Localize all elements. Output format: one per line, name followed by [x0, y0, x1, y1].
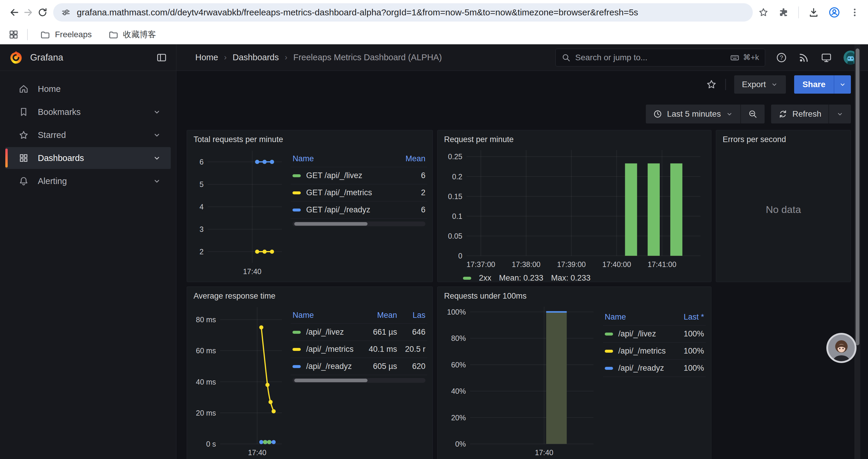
- export-button[interactable]: Export: [734, 75, 786, 94]
- panel-request-per-minute: Request per minute 00.050.10.150.20.2517…: [437, 130, 711, 282]
- profile-icon[interactable]: [829, 6, 840, 18]
- brand-cell: Grafana: [0, 44, 176, 71]
- total-requests-per-minute-svg[interactable]: 6543217:40: [191, 146, 286, 279]
- export-label: Export: [742, 80, 766, 89]
- legend-row[interactable]: GET /api/_/readyz: [291, 201, 395, 218]
- bookmark-folder-blogs[interactable]: 收藏博客: [104, 27, 160, 42]
- bookmark-star-icon[interactable]: [758, 7, 769, 18]
- legend-header[interactable]: Name: [291, 153, 395, 167]
- sidebar-item-dashboards[interactable]: Dashboards: [5, 147, 171, 169]
- search-input[interactable]: Search or jump to... ⌘+k: [555, 49, 765, 66]
- refresh-button[interactable]: Refresh: [771, 104, 829, 124]
- legend-header[interactable]: Mean: [354, 309, 399, 323]
- legend-row[interactable]: /api/_/metrics: [291, 340, 354, 358]
- svg-text:80%: 80%: [451, 334, 466, 342]
- legend-row[interactable]: GET /api/_/metrics: [291, 184, 395, 201]
- series-name[interactable]: 2xx: [479, 273, 491, 283]
- zoom-out-button[interactable]: [741, 104, 765, 124]
- legend-header[interactable]: Las: [399, 309, 427, 323]
- refresh-interval-button[interactable]: [829, 104, 851, 124]
- download-icon[interactable]: [808, 7, 819, 18]
- legend-hscrollbar[interactable]: [292, 222, 426, 226]
- chevron-down-icon[interactable]: [152, 177, 161, 186]
- forward-button[interactable]: [21, 5, 35, 20]
- svg-text:5: 5: [199, 180, 204, 189]
- legend-row[interactable]: /api/_/readyz: [603, 359, 670, 376]
- page-scrollbar-thumb[interactable]: [856, 48, 860, 345]
- timeseries-chart[interactable]: 6543217:40: [191, 146, 286, 279]
- legend-header[interactable]: Name: [603, 311, 670, 325]
- time-range-button[interactable]: Last 5 minutes: [646, 104, 740, 124]
- panel-title[interactable]: Average response time: [187, 287, 433, 302]
- panel-title[interactable]: Request per minute: [438, 130, 711, 146]
- dock-menu-icon[interactable]: [156, 52, 167, 63]
- page-scrollbar[interactable]: [855, 44, 860, 459]
- sidebar-item-home[interactable]: Home: [5, 78, 171, 100]
- back-button[interactable]: [7, 5, 21, 20]
- sidebar-item-bookmarks[interactable]: Bookmarks: [5, 101, 171, 123]
- help-icon[interactable]: ?: [776, 52, 787, 63]
- series-name: /api/_/livez: [306, 328, 344, 337]
- legend-value: 646: [399, 323, 427, 340]
- apps-grid-icon[interactable]: [8, 29, 19, 40]
- chevron-down-icon[interactable]: [152, 107, 161, 117]
- url-text[interactable]: grafana.mathmast.com/d/deytv4rwavabkb/fr…: [77, 7, 638, 18]
- request-per-minute-svg[interactable]: 00.050.10.150.20.2517:37:0017:38:0017:39…: [442, 146, 707, 272]
- legend-header[interactable]: Last *: [670, 311, 706, 325]
- requests-under-100ms-svg[interactable]: 100%80%60%40%20%0%17:40: [442, 302, 598, 459]
- bookmarks-bar: Freeleaps 收藏博客: [0, 25, 868, 44]
- svg-text:17:40: 17:40: [248, 448, 267, 457]
- bar-chart[interactable]: 100%80%60%40%20%0%17:40: [442, 302, 598, 459]
- panel-title[interactable]: Total requests per minute: [187, 130, 433, 146]
- bar-chart[interactable]: 00.050.10.150.20.2517:37:0017:38:0017:39…: [442, 146, 707, 272]
- time-range-label: Last 5 minutes: [667, 109, 721, 119]
- monitor-icon[interactable]: [821, 52, 832, 63]
- bookmark-folder-freeleaps[interactable]: Freeleaps: [36, 27, 96, 42]
- svg-text:3: 3: [199, 225, 204, 233]
- share-button[interactable]: Share: [794, 75, 834, 94]
- legend-row[interactable]: /api/_/readyz: [291, 358, 354, 375]
- keyboard-icon: [730, 53, 740, 62]
- sidebar-item-label: Starred: [38, 130, 144, 140]
- grafana-logo[interactable]: [9, 51, 23, 65]
- header-icons: ?: [765, 50, 868, 65]
- site-settings-icon[interactable]: [61, 7, 71, 18]
- breadcrumb-dashboards[interactable]: Dashboards: [232, 53, 279, 62]
- subtoolbar-divider: [725, 79, 726, 90]
- legend-hscrollbar-thumb[interactable]: [294, 222, 367, 226]
- legend-hscrollbar[interactable]: [292, 378, 426, 383]
- legend-row[interactable]: /api/_/metrics: [603, 342, 670, 359]
- chevron-down-icon[interactable]: [152, 131, 161, 139]
- rss-icon[interactable]: [798, 52, 809, 63]
- sidebar-item-alerting[interactable]: Alerting: [5, 170, 171, 192]
- svg-text:?: ?: [780, 54, 783, 61]
- average-response-time-svg[interactable]: 80 ms60 ms40 ms20 ms0 s17:40: [191, 302, 286, 459]
- share-menu-button[interactable]: [834, 75, 851, 94]
- svg-text:0.05: 0.05: [448, 232, 462, 240]
- legend-row[interactable]: /api/_/livez: [603, 325, 670, 342]
- panel-title[interactable]: Requests under 100ms: [438, 287, 711, 302]
- panel-title[interactable]: Errors per second: [716, 130, 850, 146]
- svg-text:20%: 20%: [451, 414, 466, 422]
- svg-text:2: 2: [199, 248, 204, 256]
- legend-header[interactable]: Mean: [395, 153, 427, 167]
- series-name: GET /api/_/readyz: [306, 205, 370, 215]
- bell-icon: [18, 176, 29, 186]
- legend-row[interactable]: /api/_/livez: [291, 323, 354, 340]
- address-bar[interactable]: grafana.mathmast.com/d/deytv4rwavabkb/fr…: [53, 3, 753, 22]
- reload-button[interactable]: [35, 5, 50, 20]
- floating-assistant-avatar[interactable]: [826, 333, 857, 363]
- legend-table: NameLast */api/_/livez100%/api/_/metrics…: [603, 311, 706, 377]
- chevron-down-icon[interactable]: [152, 154, 161, 162]
- favorite-star-icon[interactable]: [706, 79, 717, 90]
- home-icon: [18, 84, 29, 94]
- legend-hscrollbar-thumb[interactable]: [294, 379, 367, 382]
- legend-header[interactable]: Name: [291, 309, 354, 323]
- legend-row[interactable]: GET /api/_/livez: [291, 167, 395, 184]
- breadcrumb-home[interactable]: Home: [195, 53, 218, 62]
- timeseries-chart[interactable]: 80 ms60 ms40 ms20 ms0 s17:40: [191, 302, 286, 459]
- menu-kebab-icon[interactable]: [850, 7, 860, 18]
- extensions-icon[interactable]: [778, 7, 789, 18]
- sidebar: Home Bookmarks Starred Dashboards Alerti…: [0, 71, 176, 459]
- sidebar-item-starred[interactable]: Starred: [5, 124, 171, 146]
